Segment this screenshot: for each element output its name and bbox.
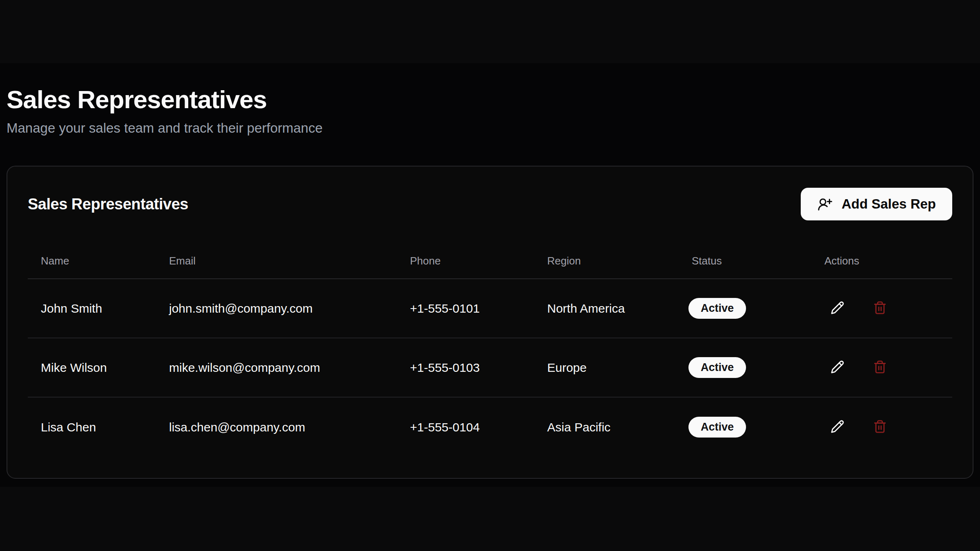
name-cell: John Smith bbox=[28, 302, 156, 315]
region-cell: North America bbox=[534, 302, 679, 315]
trash-icon bbox=[873, 420, 887, 435]
email-cell: lisa.chen@company.com bbox=[156, 420, 397, 434]
column-header-email: Email bbox=[156, 255, 397, 267]
table-row: Lisa Chen lisa.chen@company.com +1-555-0… bbox=[28, 398, 952, 457]
main-content: Sales Representatives Manage your sales … bbox=[0, 63, 980, 487]
table-row: Mike Wilson mike.wilson@company.com +1-5… bbox=[28, 338, 952, 398]
region-cell: Asia Pacific bbox=[534, 420, 679, 434]
trash-icon bbox=[873, 360, 887, 375]
email-cell: john.smith@company.com bbox=[156, 302, 397, 315]
table-header-row: Name Email Phone Region Status Actions bbox=[28, 243, 952, 279]
table-row: John Smith john.smith@company.com +1-555… bbox=[28, 279, 952, 338]
card-title: Sales Representatives bbox=[28, 196, 188, 213]
actions-cell bbox=[811, 414, 952, 440]
add-sales-rep-button[interactable]: Add Sales Rep bbox=[801, 188, 952, 220]
page-subtitle: Manage your sales team and track their p… bbox=[7, 120, 973, 137]
phone-cell: +1-555-0101 bbox=[397, 302, 534, 315]
delete-button[interactable] bbox=[867, 414, 893, 440]
status-badge: Active bbox=[688, 357, 746, 378]
name-cell: Mike Wilson bbox=[28, 361, 156, 375]
edit-button[interactable] bbox=[824, 355, 851, 381]
card-header: Sales Representatives Add Sales Rep bbox=[28, 188, 952, 220]
name-cell: Lisa Chen bbox=[28, 420, 156, 434]
add-button-label: Add Sales Rep bbox=[842, 196, 936, 212]
status-cell: Active bbox=[679, 417, 811, 438]
pencil-icon bbox=[831, 420, 844, 435]
status-badge: Active bbox=[688, 298, 746, 319]
top-bar bbox=[0, 0, 980, 63]
pencil-icon bbox=[831, 360, 844, 375]
pencil-icon bbox=[831, 301, 844, 316]
status-cell: Active bbox=[679, 357, 811, 378]
phone-cell: +1-555-0104 bbox=[397, 420, 534, 434]
sales-reps-table: Name Email Phone Region Status Actions J… bbox=[28, 243, 952, 457]
column-header-region: Region bbox=[534, 255, 679, 267]
edit-button[interactable] bbox=[824, 414, 851, 440]
column-header-status: Status bbox=[679, 255, 811, 267]
page-title: Sales Representatives bbox=[7, 84, 973, 115]
actions-cell bbox=[811, 355, 952, 381]
column-header-actions: Actions bbox=[811, 255, 952, 267]
delete-button[interactable] bbox=[867, 355, 893, 381]
column-header-name: Name bbox=[28, 255, 156, 267]
delete-button[interactable] bbox=[867, 295, 893, 322]
email-cell: mike.wilson@company.com bbox=[156, 361, 397, 375]
sales-reps-card: Sales Representatives Add Sales Rep Name… bbox=[7, 166, 973, 479]
region-cell: Europe bbox=[534, 361, 679, 375]
phone-cell: +1-555-0103 bbox=[397, 361, 534, 375]
column-header-phone: Phone bbox=[397, 255, 534, 267]
actions-cell bbox=[811, 295, 952, 322]
status-badge: Active bbox=[688, 417, 746, 438]
status-cell: Active bbox=[679, 298, 811, 319]
user-plus-icon bbox=[817, 196, 833, 212]
trash-icon bbox=[873, 301, 887, 316]
edit-button[interactable] bbox=[824, 295, 851, 322]
